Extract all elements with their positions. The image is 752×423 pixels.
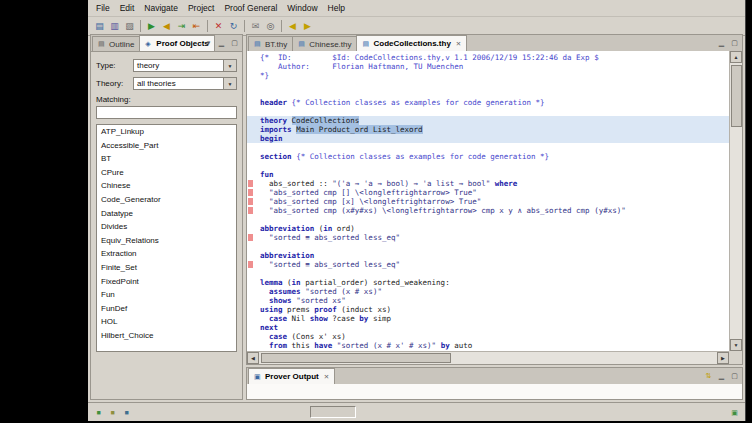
- scroll-right-icon[interactable]: ▶: [717, 352, 729, 364]
- list-item[interactable]: CPure: [97, 166, 236, 180]
- code-token: "abs_sorted cmp [] \<longleftrightarrow>…: [269, 188, 477, 197]
- list-item[interactable]: Divides: [97, 220, 236, 234]
- chevron-down-icon[interactable]: ▼: [223, 60, 236, 71]
- back-icon[interactable]: ◀: [285, 19, 300, 33]
- pin-icon[interactable]: ⇅: [703, 370, 714, 381]
- proof-undo-icon[interactable]: ◀: [159, 19, 174, 33]
- close-icon[interactable]: ✕: [456, 40, 461, 48]
- menu-item-help[interactable]: Help: [323, 1, 350, 15]
- vertical-scrollbar-thumb[interactable]: [731, 65, 742, 127]
- tab-label: Outline: [109, 40, 134, 49]
- new-file-icon[interactable]: ▤: [92, 19, 107, 33]
- queue-state-icon[interactable]: ■: [107, 407, 118, 418]
- menu-item-navigate[interactable]: Navigate: [139, 1, 183, 15]
- tab-outline[interactable]: ▤Outline: [92, 36, 140, 51]
- list-item[interactable]: Chinese: [97, 179, 236, 193]
- change-marker: [248, 234, 253, 241]
- theory-list[interactable]: ATP_LinkupAccessible_PartBTCPureChineseC…: [96, 124, 237, 352]
- maximize-icon[interactable]: ▢: [729, 370, 740, 381]
- minimize-icon[interactable]: ▁: [216, 37, 227, 48]
- maximize-icon[interactable]: ▢: [729, 37, 740, 48]
- tab-codecollections-thy[interactable]: ▤CodeCollections.thy✕: [356, 35, 467, 51]
- list-item[interactable]: Code_Generator: [97, 193, 236, 207]
- code-token: Main Product_ord List_lexord: [296, 125, 422, 134]
- proof-next-icon[interactable]: ▶: [144, 19, 159, 33]
- list-item[interactable]: Fun: [97, 288, 236, 302]
- proof-goto-icon[interactable]: ⇥: [174, 19, 189, 33]
- save-icon[interactable]: ▥: [107, 19, 122, 33]
- vertical-scrollbar[interactable]: ▲ ▼: [729, 51, 742, 351]
- gutter: [248, 90, 253, 97]
- list-item[interactable]: Hilbert_Choice: [97, 329, 236, 343]
- maximize-icon[interactable]: ▢: [229, 37, 240, 48]
- list-item[interactable]: FunDef: [97, 302, 236, 316]
- type-combo[interactable]: theory ▼: [133, 59, 237, 72]
- theory-combo-value: all theories: [137, 79, 176, 88]
- minimize-icon[interactable]: ▁: [716, 37, 727, 48]
- sync-state-icon[interactable]: ■: [121, 407, 132, 418]
- list-item[interactable]: BT: [97, 152, 236, 166]
- print-icon[interactable]: ▨: [122, 19, 137, 33]
- close-icon[interactable]: ✕: [324, 373, 329, 381]
- list-item[interactable]: Accessible_Part: [97, 139, 236, 153]
- forward-icon[interactable]: ▶: [300, 19, 315, 33]
- gutter: [248, 324, 253, 331]
- scroll-left-icon[interactable]: ◀: [247, 352, 259, 364]
- scroll-up-icon[interactable]: ▲: [730, 51, 742, 63]
- view-menu-icon[interactable]: ▾: [203, 37, 214, 48]
- code-line: [247, 107, 729, 116]
- scroll-down-icon[interactable]: ▼: [730, 339, 742, 351]
- proof-state-icon[interactable]: ■: [93, 407, 104, 418]
- interrupt-icon[interactable]: ✕: [211, 19, 226, 33]
- toolbar-separator: [281, 20, 282, 32]
- horizontal-scrollbar[interactable]: ◀ ▶: [247, 351, 729, 364]
- tab-bt-thy[interactable]: ▤BT.thy: [248, 36, 293, 51]
- code-line: begin: [247, 134, 729, 143]
- mail-icon[interactable]: ✉: [248, 19, 263, 33]
- code-area[interactable]: {* ID: $Id: CodeCollections.thy,v 1.1 20…: [247, 51, 729, 351]
- chevron-down-icon[interactable]: ▼: [223, 78, 236, 89]
- code-line: case Nil show ?case by simp: [247, 314, 729, 323]
- code-line: [247, 215, 729, 224]
- gutter: [248, 54, 253, 61]
- code-token: "abs_sorted cmp (x#y#xs) \<longleftright…: [269, 206, 626, 215]
- code-token: in: [292, 278, 301, 287]
- code-token: (: [314, 224, 323, 233]
- list-item[interactable]: Finite_Set: [97, 261, 236, 275]
- list-item[interactable]: HOL: [97, 315, 236, 329]
- list-item[interactable]: Equiv_Relations: [97, 234, 236, 248]
- menu-item-edit[interactable]: Edit: [115, 1, 140, 15]
- list-item[interactable]: ATP_Linkup: [97, 125, 236, 139]
- code-line: lemma (in partial_order) sorted_weakenin…: [247, 278, 729, 287]
- code-line: from this have "sorted (x # x' # xs)" by…: [247, 341, 729, 350]
- prover-panel: ▣ Prover Output ✕ ⇅▁▢: [246, 367, 743, 400]
- code-line: section {* Collection classes as example…: [247, 152, 729, 161]
- menu-item-file[interactable]: File: [91, 1, 115, 15]
- code-token: [287, 116, 292, 125]
- minimize-icon[interactable]: ▁: [716, 370, 727, 381]
- status-right-icons: ▣: [729, 407, 740, 418]
- statusbar: ■■■ ▣: [88, 402, 745, 421]
- horizontal-scrollbar-thumb[interactable]: [261, 353, 451, 363]
- menu-item-window[interactable]: Window: [282, 1, 322, 15]
- matching-input[interactable]: [96, 106, 237, 119]
- menu-item-project[interactable]: Project: [183, 1, 219, 15]
- theory-combo[interactable]: all theories ▼: [133, 77, 237, 90]
- tab-chinese-thy[interactable]: ▤Chinese.thy: [292, 36, 357, 51]
- restart-icon[interactable]: ↻: [226, 19, 241, 33]
- tab-prover-output[interactable]: ▣ Prover Output ✕: [248, 368, 335, 384]
- heap-status-icon[interactable]: ▣: [729, 407, 740, 418]
- gutter: [248, 315, 253, 322]
- list-item[interactable]: Datatype: [97, 207, 236, 221]
- list-item[interactable]: FixedPoint: [97, 275, 236, 289]
- proof-retract-icon[interactable]: ⇤: [189, 19, 204, 33]
- list-item[interactable]: Extraction: [97, 247, 236, 261]
- menu-item-proof-general[interactable]: Proof General: [219, 1, 282, 15]
- search-icon[interactable]: ◎: [263, 19, 278, 33]
- code-token: have: [314, 341, 332, 350]
- sidebar-tabs: ▤Outline◈Proof Objects: [92, 35, 214, 51]
- code-token: CodeCollections: [292, 116, 360, 125]
- code-token: imports: [260, 125, 292, 134]
- code-token: "('a ⇒ 'a ⇒ bool) ⇒ 'a list ⇒ bool": [332, 179, 490, 188]
- gutter: [248, 162, 253, 169]
